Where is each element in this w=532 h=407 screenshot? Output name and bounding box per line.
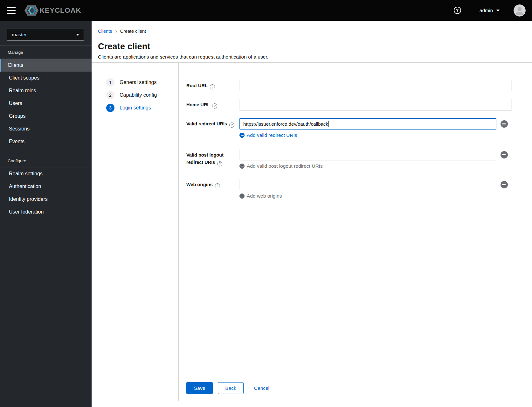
add-post-logout-uris-button[interactable]: Add valid post logout redirect URIs <box>239 163 323 169</box>
help-icon[interactable]: ? <box>212 103 217 109</box>
breadcrumb-clients-link[interactable]: Clients <box>98 29 112 34</box>
add-valid-redirect-uris-button[interactable]: Add valid redirect URIs <box>239 132 297 138</box>
plus-circle-icon <box>239 164 245 169</box>
sidebar-item-groups[interactable]: Groups <box>0 110 92 123</box>
sidebar-item-users[interactable]: Users <box>0 97 92 110</box>
keycloak-logo: KEYCLOAK <box>24 4 81 17</box>
root-url-input[interactable] <box>239 80 512 91</box>
home-url-row: Home URL? <box>186 99 532 110</box>
sidebar-item-user-federation[interactable]: User federation <box>0 206 92 218</box>
valid-redirect-uris-group: https://issuer.enforce.dev/oauth/callbac… <box>239 118 508 138</box>
text-caret <box>328 121 329 127</box>
wizard-step-login-settings[interactable]: 3 Login settings <box>106 102 179 114</box>
sidebar-item-realm-settings[interactable]: Realm settings <box>0 167 92 180</box>
wizard-step-general-settings[interactable]: 1 General settings <box>106 76 179 89</box>
valid-redirect-uris-label: Valid redirect URIs? <box>186 118 239 130</box>
help-glyph: ? <box>456 8 459 13</box>
help-icon[interactable]: ? <box>217 161 222 166</box>
post-logout-uris-row: Valid post logout redirect URIs? Add val… <box>186 149 532 169</box>
chevron-right-icon: › <box>115 28 117 34</box>
keycloak-admin-console: KEYCLOAK ? admin master <box>0 0 532 407</box>
web-origins-group: Add web origins <box>239 179 508 199</box>
wizard-steps: 1 General settings 2 Capability config 3… <box>92 63 179 407</box>
breadcrumb-current: Create client <box>120 29 146 34</box>
breadcrumb: Clients › Create client <box>98 28 532 34</box>
valid-redirect-uris-value: https://issuer.enforce.dev/oauth/callbac… <box>243 121 328 127</box>
sidebar: master Manage Clients Client scopes Real… <box>0 21 92 407</box>
sidebar-item-authentication[interactable]: Authentication <box>0 180 92 193</box>
save-button[interactable]: Save <box>186 382 213 394</box>
sidebar-item-identity-providers[interactable]: Identity providers <box>0 193 92 206</box>
nav-list-manage: Clients Client scopes Realm roles Users … <box>0 59 92 148</box>
user-menu-dropdown[interactable]: admin <box>480 8 500 13</box>
web-origins-row: Web origins? Add web origins <box>186 179 532 199</box>
back-button[interactable]: Back <box>218 382 243 394</box>
wizard-step-capability-config[interactable]: 2 Capability config <box>106 89 179 102</box>
root-url-row: Root URL? <box>186 80 532 91</box>
step-number: 2 <box>106 91 114 99</box>
help-icon[interactable]: ? <box>210 84 215 89</box>
avatar-person-icon <box>514 4 526 17</box>
sidebar-item-clients[interactable]: Clients <box>0 59 92 72</box>
remove-web-origin-button[interactable] <box>501 181 508 188</box>
remove-redirect-uri-button[interactable] <box>501 120 508 128</box>
wizard-content: 1 General settings 2 Capability config 3… <box>92 63 532 407</box>
sidebar-item-events[interactable]: Events <box>0 135 92 148</box>
step-label: Login settings <box>120 105 151 111</box>
keycloak-logo-text: KEYCLOAK <box>39 6 81 15</box>
chevron-down-icon <box>76 34 79 36</box>
step-label: Capability config <box>120 92 157 98</box>
sidebar-item-realm-roles[interactable]: Realm roles <box>0 84 92 97</box>
username: admin <box>480 8 493 13</box>
realm-selector-block: master <box>0 21 92 46</box>
login-settings-form: Root URL? Home URL? Valid redirect URIs? <box>179 63 532 407</box>
help-icon[interactable]: ? <box>229 123 234 128</box>
help-icon[interactable]: ? <box>454 7 461 14</box>
home-url-label: Home URL? <box>186 99 239 110</box>
step-number: 3 <box>106 104 114 112</box>
page-header: Clients › Create client Create client Cl… <box>92 21 532 63</box>
avatar[interactable] <box>514 4 526 17</box>
cancel-button[interactable]: Cancel <box>254 382 269 394</box>
page-subtitle: Clients are applications and services th… <box>98 54 532 60</box>
add-web-origins-button[interactable]: Add web origins <box>239 193 282 199</box>
help-icon[interactable]: ? <box>215 183 220 188</box>
nav-section-manage: Manage <box>0 46 92 59</box>
post-logout-uris-label: Valid post logout redirect URIs? <box>186 149 239 166</box>
keycloak-logo-icon <box>24 4 39 17</box>
valid-redirect-uris-row: Valid redirect URIs? https://issuer.enfo… <box>186 118 532 138</box>
sidebar-item-client-scopes[interactable]: Client scopes <box>0 72 92 84</box>
plus-circle-icon <box>239 133 245 138</box>
plus-circle-icon <box>239 193 245 199</box>
nav-section-configure: Configure <box>0 148 92 167</box>
hamburger-menu-icon[interactable] <box>7 7 16 14</box>
home-url-input[interactable] <box>239 99 512 110</box>
realm-selector[interactable]: master <box>7 29 84 41</box>
topbar-right: ? admin <box>454 4 526 17</box>
valid-redirect-uris-input[interactable]: https://issuer.enforce.dev/oauth/callbac… <box>239 118 496 130</box>
sidebar-item-sessions[interactable]: Sessions <box>0 123 92 135</box>
page-title: Create client <box>98 42 532 52</box>
remove-post-logout-uri-button[interactable] <box>501 151 508 158</box>
step-label: General settings <box>120 80 157 85</box>
web-origins-input[interactable] <box>239 179 496 190</box>
root-url-label: Root URL? <box>186 80 239 91</box>
nav-list-configure: Realm settings Authentication Identity p… <box>0 167 92 218</box>
post-logout-uris-group: Add valid post logout redirect URIs <box>239 149 508 169</box>
web-origins-label: Web origins? <box>186 179 239 190</box>
post-logout-uris-input[interactable] <box>239 149 496 160</box>
realm-selector-value: master <box>12 32 27 38</box>
form-actions: Save Back Cancel <box>186 382 269 394</box>
main-content: Clients › Create client Create client Cl… <box>92 21 532 407</box>
chevron-down-icon <box>496 10 500 11</box>
step-number: 1 <box>106 78 114 87</box>
topbar: KEYCLOAK ? admin <box>0 0 532 21</box>
